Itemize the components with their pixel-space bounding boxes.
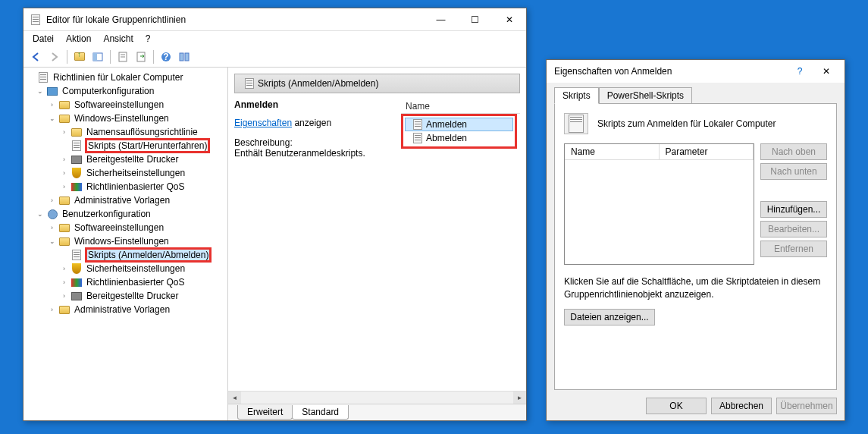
move-down-button[interactable]: Nach unten bbox=[760, 163, 827, 180]
scroll-left-button[interactable]: ◄ bbox=[228, 392, 241, 404]
svg-rect-9 bbox=[185, 53, 189, 61]
tree-computer-scripts[interactable]: Skripts (Start/Herunterfahren) bbox=[25, 139, 226, 153]
column-name[interactable]: Name bbox=[401, 99, 520, 114]
dialog-tabpane: Skripts zum Anmelden für Lokaler Compute… bbox=[554, 103, 837, 390]
app-icon bbox=[30, 14, 42, 26]
svg-text:?: ? bbox=[163, 52, 168, 62]
properties-suffix: anzeigen bbox=[292, 118, 331, 128]
col-parameter[interactable]: Parameter bbox=[660, 144, 754, 159]
help-button[interactable]: ? bbox=[158, 49, 174, 65]
window-title: Editor für lokale Gruppenrichtlinien bbox=[46, 14, 424, 25]
tree-user-admin[interactable]: ›Administrative Vorlagen bbox=[25, 303, 226, 316]
description-text: Enthält Benutzeranmeldeskripts. bbox=[234, 148, 395, 159]
detail-title: Skripts (Anmelden/Abmelden) bbox=[258, 78, 378, 89]
properties-link[interactable]: Eigenschaften bbox=[234, 118, 292, 128]
script-large-icon bbox=[564, 113, 588, 134]
back-button[interactable] bbox=[28, 49, 45, 65]
detail-section-title: Anmelden bbox=[234, 99, 395, 110]
show-files-button[interactable]: Dateien anzeigen... bbox=[564, 309, 655, 326]
detail-header: Skripts (Anmelden/Abmelden) bbox=[234, 74, 520, 93]
tab-extended[interactable]: Erweitert bbox=[237, 405, 293, 420]
tree-user-scripts[interactable]: Skripts (Anmelden/Abmelden) bbox=[25, 248, 226, 262]
tree-computer-config[interactable]: ⌄Computerkonfiguration bbox=[25, 84, 226, 98]
dialog-tabs: Skripts PowerShell-Skripts bbox=[554, 87, 837, 104]
dialog-hint: Klicken Sie auf die Schaltfläche, um die… bbox=[564, 275, 827, 301]
export-button[interactable] bbox=[133, 49, 149, 65]
menu-file[interactable]: Datei bbox=[28, 32, 58, 46]
menu-action[interactable]: Aktion bbox=[61, 32, 96, 46]
apply-button[interactable]: Übernehmen bbox=[776, 398, 837, 414]
tree-user-printers[interactable]: ›Bereitgestellte Drucker bbox=[25, 289, 226, 303]
menu-view[interactable]: Ansicht bbox=[99, 32, 137, 46]
maximize-button[interactable]: ☐ bbox=[458, 8, 492, 31]
description-label: Beschreibung: bbox=[234, 137, 395, 148]
col-name[interactable]: Name bbox=[565, 144, 660, 159]
tab-standard[interactable]: Standard bbox=[292, 405, 349, 420]
tab-scripts[interactable]: Skripts bbox=[554, 87, 599, 104]
up-button[interactable]: ↑ bbox=[71, 49, 88, 65]
tree-computer-security[interactable]: ›Sicherheitseinstellungen bbox=[25, 166, 226, 180]
tree-root[interactable]: Richtlinien für Lokaler Computer bbox=[25, 71, 226, 84]
tree-panel[interactable]: Richtlinien für Lokaler Computer ⌄Comput… bbox=[24, 68, 228, 420]
tree-computer-software[interactable]: ›Softwareeinstellungen bbox=[25, 98, 226, 112]
titlebar[interactable]: Editor für lokale Gruppenrichtlinien — ☐… bbox=[24, 8, 526, 31]
menubar: Datei Aktion Ansicht ? bbox=[24, 31, 526, 46]
tree-user-security[interactable]: ›Sicherheitseinstellungen bbox=[25, 262, 226, 275]
view-tabs: Erweitert Standard bbox=[228, 404, 526, 420]
forward-button[interactable] bbox=[46, 49, 63, 65]
tab-powershell[interactable]: PowerShell-Skripts bbox=[599, 87, 692, 104]
dialog-title: Eigenschaften von Anmelden bbox=[554, 66, 672, 77]
script-icon bbox=[243, 77, 255, 90]
ok-button[interactable]: OK bbox=[646, 398, 707, 414]
tree-computer-nameres[interactable]: ›Namensauflösungsrichtlinie bbox=[25, 125, 226, 139]
move-up-button[interactable]: Nach oben bbox=[760, 143, 827, 160]
scroll-right-button[interactable]: ► bbox=[513, 392, 526, 404]
svg-rect-1 bbox=[93, 53, 97, 61]
tree-computer-admin[interactable]: ›Administrative Vorlagen bbox=[25, 193, 226, 207]
dialog-description: Skripts zum Anmelden für Lokaler Compute… bbox=[597, 118, 776, 129]
tree-computer-windows[interactable]: ⌄Windows-Einstellungen bbox=[25, 112, 226, 125]
detail-panel: Skripts (Anmelden/Abmelden) Anmelden Eig… bbox=[228, 68, 526, 420]
filter-button[interactable] bbox=[176, 49, 193, 65]
dialog-titlebar[interactable]: Eigenschaften von Anmelden ? ✕ bbox=[547, 60, 844, 83]
tree-user-config[interactable]: ⌄Benutzerkonfiguration bbox=[25, 207, 226, 221]
svg-rect-8 bbox=[180, 53, 183, 61]
tree-computer-qos[interactable]: ›Richtlinienbasierter QoS bbox=[25, 180, 226, 193]
properties-button[interactable] bbox=[114, 49, 131, 65]
minimize-button[interactable]: — bbox=[424, 8, 458, 31]
tree-user-software[interactable]: ›Softwareeinstellungen bbox=[25, 221, 226, 234]
show-hide-button[interactable] bbox=[89, 49, 106, 65]
menu-help[interactable]: ? bbox=[141, 32, 155, 46]
cancel-button[interactable]: Abbrechen bbox=[711, 398, 772, 414]
gpedit-window: Editor für lokale Gruppenrichtlinien — ☐… bbox=[23, 8, 527, 421]
tree-computer-printers[interactable]: ›Bereitgestellte Drucker bbox=[25, 153, 226, 166]
edit-button[interactable]: Bearbeiten... bbox=[760, 221, 827, 237]
dialog-close-button[interactable]: ✕ bbox=[811, 60, 841, 83]
items-highlight: Anmelden Abmelden bbox=[401, 114, 517, 149]
dialog-help-button[interactable]: ? bbox=[788, 60, 811, 83]
scripts-list[interactable]: Name Parameter bbox=[564, 143, 754, 265]
item-anmelden[interactable]: Anmelden bbox=[405, 118, 513, 131]
remove-button[interactable]: Entfernen bbox=[760, 241, 827, 257]
add-button[interactable]: Hinzufügen... bbox=[760, 201, 827, 218]
tree-user-windows[interactable]: ⌄Windows-Einstellungen bbox=[25, 234, 226, 248]
close-button[interactable]: ✕ bbox=[492, 8, 526, 31]
tree-user-qos[interactable]: ›Richtlinienbasierter QoS bbox=[25, 275, 226, 289]
toolbar: ↑ ? bbox=[24, 46, 526, 68]
item-abmelden[interactable]: Abmelden bbox=[405, 131, 513, 145]
properties-dialog: Eigenschaften von Anmelden ? ✕ Skripts P… bbox=[546, 59, 845, 421]
scrollbar-horizontal[interactable]: ◄ ► bbox=[228, 391, 526, 404]
